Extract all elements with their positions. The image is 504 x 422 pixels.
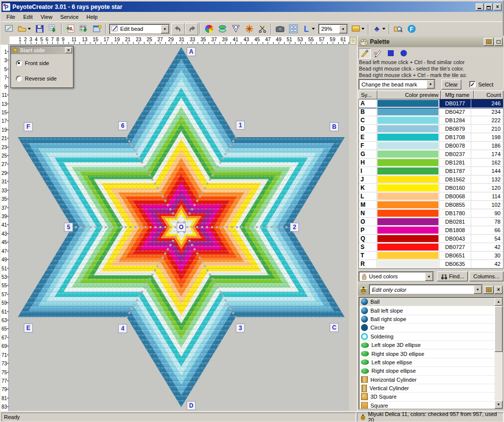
- start-side-close-icon[interactable]: ×: [65, 47, 72, 53]
- letter-l-button[interactable]: L: [300, 23, 317, 35]
- cut-button[interactable]: [256, 23, 269, 35]
- palette-row-F[interactable]: FDB0078186: [359, 142, 503, 150]
- save-button[interactable]: [33, 23, 46, 35]
- front-side-radio[interactable]: [16, 60, 22, 66]
- open-dropdown-icon[interactable]: [28, 28, 31, 30]
- palette-row-G[interactable]: GDB0237174: [359, 150, 503, 159]
- palette-row-J[interactable]: JDB1562132: [359, 175, 503, 184]
- palette-row-T[interactable]: TDB065130: [359, 252, 503, 260]
- shape-item-circle[interactable]: Circle: [360, 324, 503, 332]
- palette-row-S[interactable]: SDB072742: [359, 243, 503, 252]
- marker-tool-button[interactable]: [371, 48, 384, 59]
- shape-item-soldering[interactable]: Soldering: [360, 333, 503, 341]
- columns-button[interactable]: Columns...: [469, 271, 504, 281]
- close-button[interactable]: ×: [494, 3, 502, 10]
- shape-list-scrollbar[interactable]: ▲▼: [495, 298, 503, 409]
- find-button[interactable]: Find...: [437, 271, 468, 281]
- redo-button[interactable]: [185, 23, 198, 35]
- brush-tool-button[interactable]: [359, 48, 371, 59]
- shape-item-right-slope-ellipse[interactable]: Right slope ellipse: [360, 367, 503, 375]
- shape-panel-close-icon[interactable]: ×: [495, 286, 503, 294]
- open-button[interactable]: [16, 23, 33, 35]
- zoom-dropdown-icon[interactable]: ▼: [339, 25, 347, 33]
- palette-row-R[interactable]: RDB063542: [359, 260, 503, 268]
- pdf-export-button[interactable]: A: [64, 23, 77, 35]
- menu-edit[interactable]: Edit: [19, 13, 37, 21]
- star-grid-button[interactable]: [242, 23, 256, 35]
- shape-item-right-slope-3d-ellipse[interactable]: Right slope 3D ellipse: [360, 349, 503, 358]
- shape-item-square[interactable]: Square: [360, 402, 503, 410]
- panel-splitter[interactable]: [349, 36, 357, 411]
- menu-help[interactable]: Help: [82, 13, 102, 21]
- palette-row-O[interactable]: ODB028178: [359, 218, 503, 226]
- club-dropdown-icon[interactable]: [382, 28, 385, 30]
- menu-file[interactable]: File: [2, 13, 19, 21]
- palette-row-P[interactable]: PDB180866: [359, 226, 503, 235]
- front-side-option[interactable]: Front side: [16, 60, 73, 66]
- pattern-canvas[interactable]: ABCDEF123456O: [9, 45, 349, 411]
- image-export-button[interactable]: [77, 23, 90, 35]
- edit-mode-combo[interactable]: Edit bead▼: [109, 24, 170, 34]
- color-swatch-button[interactable]: [350, 23, 366, 35]
- bead-mark-combo[interactable]: Change the bead mark ▼: [359, 79, 435, 89]
- shape-item-ball-right-slope[interactable]: Ball right slope: [360, 315, 503, 324]
- bead-shapes-button[interactable]: [216, 23, 229, 35]
- header-count[interactable]: Count: [474, 90, 504, 99]
- maximize-button[interactable]: [485, 3, 493, 10]
- palette-row-Q[interactable]: QDB004354: [359, 235, 503, 243]
- letter-l-dropdown-icon[interactable]: [312, 28, 315, 30]
- minimize-button[interactable]: [476, 3, 484, 10]
- shape-item-vertical-cylinder[interactable]: Vertical Cylinder: [360, 384, 503, 393]
- scroll-down-icon[interactable]: ▼: [495, 401, 503, 409]
- palette-row-A[interactable]: ADB0177246: [359, 99, 503, 108]
- shape-item-left-slope-3d-ellipse[interactable]: Left slope 3D ellipse: [360, 341, 503, 349]
- palette-row-E[interactable]: EDB1708198: [359, 133, 503, 142]
- send-grid-button[interactable]: [90, 23, 104, 35]
- palette-row-L[interactable]: LDB0068114: [359, 192, 503, 201]
- reverse-side-option[interactable]: Reverse side: [16, 76, 73, 82]
- menu-service[interactable]: Service: [56, 13, 82, 21]
- palette-dock-button[interactable]: [484, 38, 494, 46]
- zoom-combo[interactable]: 29%▼: [318, 24, 348, 34]
- palette-row-N[interactable]: NDB178090: [359, 209, 503, 218]
- camera-button[interactable]: [273, 23, 287, 35]
- color-swatch-dropdown-icon[interactable]: [361, 28, 364, 30]
- shape-filter-combo[interactable]: Edit only color ▼: [369, 284, 483, 295]
- wizard-button[interactable]: [2, 23, 16, 35]
- palette-row-H[interactable]: HDB1281162: [359, 159, 503, 167]
- save-grid-button[interactable]: [46, 23, 60, 35]
- palette-row-M[interactable]: MDB0855102: [359, 201, 503, 209]
- bead-mark-dropdown-icon[interactable]: ▼: [427, 80, 434, 88]
- shape-filter-dropdown-icon[interactable]: ▼: [474, 285, 482, 294]
- palette-row-K[interactable]: KDB0160120: [359, 184, 503, 192]
- palette-row-I[interactable]: IDB1787144: [359, 167, 503, 175]
- edit-mode-dropdown-icon[interactable]: ▼: [161, 25, 169, 33]
- windows-grid-button[interactable]: [287, 23, 300, 35]
- palette-row-C[interactable]: CDB1284222: [359, 116, 503, 125]
- header-symbol[interactable]: Sy...: [359, 90, 377, 99]
- scroll-up-icon[interactable]: ▲: [495, 298, 503, 306]
- palette-row-B[interactable]: BDB0427234: [359, 108, 503, 116]
- start-side-titlebar[interactable]: Start side ×: [11, 46, 73, 54]
- header-mfg-name[interactable]: Mfg name: [441, 90, 474, 99]
- club-button[interactable]: ♣: [370, 23, 387, 35]
- triangle-dots-button[interactable]: [229, 23, 242, 35]
- palette-row-D[interactable]: DDB0879210: [359, 125, 503, 133]
- clear-button[interactable]: Clear: [441, 80, 461, 89]
- folder-search-button[interactable]: [391, 23, 405, 35]
- color-wheel-button[interactable]: [202, 23, 216, 35]
- shape-item-ball[interactable]: Ball: [360, 298, 503, 306]
- select-checkbox[interactable]: ✓: [469, 81, 476, 87]
- square-mark-button[interactable]: [384, 48, 397, 59]
- star-pattern-svg[interactable]: ABCDEF123456O: [9, 45, 349, 411]
- shape-panel-dock-button[interactable]: [484, 286, 494, 294]
- shape-item-3d-square[interactable]: 3D Square: [360, 393, 503, 401]
- undo-button[interactable]: [171, 23, 185, 35]
- color-filter-combo[interactable]: Used colors ▼: [359, 271, 434, 282]
- splitter-list-icon[interactable]: [350, 37, 357, 45]
- scroll-thumb[interactable]: [495, 306, 503, 352]
- reverse-side-radio[interactable]: [16, 76, 22, 82]
- menu-view[interactable]: View: [37, 13, 57, 21]
- palette-restore-button[interactable]: [495, 38, 503, 46]
- shape-item-horizontal-cylinder[interactable]: Horizontal Cylinder: [360, 376, 503, 384]
